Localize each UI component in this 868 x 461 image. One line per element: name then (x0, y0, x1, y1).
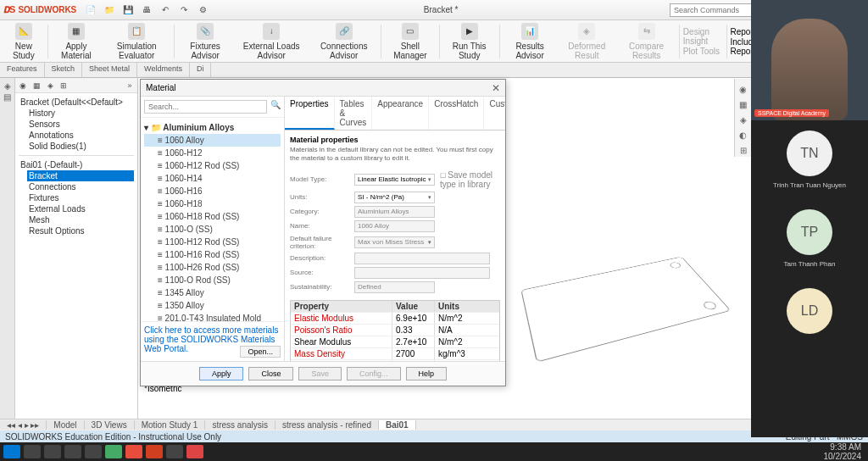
task-icon[interactable] (64, 445, 81, 458)
material-item[interactable]: ≡ 1100-O Rod (SS) (144, 274, 281, 286)
study-node[interactable]: External Loads (27, 203, 134, 214)
tree-node[interactable]: Annotations (27, 130, 134, 141)
study-node-bracket[interactable]: Bracket (27, 170, 134, 181)
task-icon[interactable] (166, 445, 183, 458)
task-icon[interactable] (125, 445, 142, 458)
material-item[interactable]: ≡ 1060 Alloy (144, 134, 281, 147)
btab-stress-refined[interactable]: stress analysis - refined (275, 420, 379, 430)
dlg-tab-tables[interactable]: Tables & Curves (335, 97, 373, 130)
video-feed[interactable]: SSPACE Digital Academy (751, 0, 868, 120)
rb-run[interactable]: ▶Run This Study (442, 21, 495, 62)
dlg-tab-custom[interactable]: Custom (484, 97, 505, 130)
user-avatar[interactable]: TP (787, 209, 832, 255)
dlg-tab-crosshatch[interactable]: CrossHatch (429, 97, 484, 130)
btab-3d[interactable]: 3D Views (85, 420, 135, 430)
fm-expand-icon[interactable]: » (124, 80, 136, 92)
study-node[interactable]: Mesh (27, 214, 134, 225)
study-node[interactable]: Result Options (27, 225, 134, 236)
app-logo: 𝘿S SOLIDWORKS (3, 4, 76, 15)
rt-icon[interactable]: ▦ (737, 97, 750, 111)
open-button[interactable]: Open... (240, 346, 281, 358)
study-root[interactable]: Bai01 (-Default-) (19, 159, 134, 170)
search-icon[interactable]: 🔍 (270, 100, 281, 114)
rt-icon[interactable]: ◉ (737, 82, 750, 96)
tree-node[interactable]: Solid Bodies(1) (27, 141, 134, 152)
material-item[interactable]: ≡ 1060-H18 Rod (SS) (144, 210, 281, 223)
material-tree[interactable]: ▾ 📁 Aluminium Alloys≡ 1060 Alloy≡ 1060-H… (141, 118, 284, 321)
task-icon[interactable] (186, 445, 203, 458)
task-icon[interactable] (105, 445, 122, 458)
material-item[interactable]: ≡ 1060-H18 (144, 197, 281, 210)
material-item[interactable]: ≡ 1100-H12 Rod (SS) (144, 236, 281, 248)
lb-icon[interactable]: ◈ (4, 81, 11, 91)
btab-nav[interactable]: ◂◂ ◂ ▸ ▸▸ (0, 420, 47, 430)
tab-more[interactable]: Di (190, 63, 212, 77)
taskbar-clock[interactable]: 9:38 AM10/2/2024 (824, 442, 865, 461)
fm-tab-icon[interactable]: ◈ (44, 80, 56, 92)
material-search-input[interactable] (144, 100, 267, 114)
rb-apply-material[interactable]: ▦Apply Material (51, 21, 101, 62)
model-type-select[interactable]: Linear Elastic Isotropic (354, 174, 435, 186)
material-item[interactable]: ≡ 1350 Alloy (144, 299, 281, 312)
help-button[interactable]: Help (406, 367, 448, 380)
lb-icon[interactable]: ▤ (3, 92, 11, 102)
start-button[interactable] (3, 445, 20, 458)
task-icon[interactable] (85, 445, 102, 458)
new-icon[interactable]: 📄 (84, 3, 97, 17)
rt-icon[interactable]: ⊞ (737, 143, 750, 157)
btab-model[interactable]: Model (47, 420, 84, 430)
rb-new-study[interactable]: 📐New Study (3, 21, 44, 62)
rb-sim-evaluator[interactable]: 📋Simulation Evaluator (103, 21, 170, 62)
tab-features[interactable]: Features (0, 63, 45, 77)
dialog-close-icon[interactable]: ✕ (492, 82, 500, 94)
rb-connections[interactable]: 🔗Connections Advisor (310, 21, 377, 62)
rt-icon[interactable]: ◐ (737, 128, 750, 142)
fm-tab-icon[interactable]: ◉ (17, 80, 29, 92)
material-item[interactable]: ≡ 1100-H26 Rod (SS) (144, 261, 281, 274)
options-icon[interactable]: ⚙ (196, 3, 209, 17)
dlg-tab-properties[interactable]: Properties (285, 97, 335, 130)
redo-icon[interactable]: ↷ (177, 3, 191, 17)
task-icon[interactable] (146, 445, 163, 458)
fm-tab-icon[interactable]: ▦ (31, 80, 42, 92)
task-icon[interactable] (24, 445, 41, 458)
save-button: Save (298, 367, 342, 380)
material-item[interactable]: ≡ 1345 Alloy (144, 286, 281, 299)
units-select[interactable]: SI - N/m^2 (Pa) (354, 192, 435, 203)
close-button[interactable]: Close (248, 367, 293, 380)
material-item[interactable]: ≡ 1060-H12 Rod (SS) (144, 159, 281, 172)
print-icon[interactable]: 🖶 (140, 3, 153, 17)
tree-node[interactable]: Sensors (27, 119, 134, 130)
tree-root[interactable]: Bracket (Default<<Default> (19, 97, 134, 108)
user-avatar[interactable]: LD (787, 288, 832, 334)
dlg-tab-appearance[interactable]: Appearance (372, 97, 429, 130)
save-model-check[interactable]: ☐ Save model type in library (440, 170, 499, 189)
study-node[interactable]: Fixtures (27, 192, 134, 203)
btab-stress[interactable]: stress analysis (205, 420, 275, 430)
tree-node[interactable]: History (27, 108, 134, 119)
material-item[interactable]: ≡ 1100-H16 Rod (SS) (144, 248, 281, 261)
study-node[interactable]: Connections (27, 181, 134, 192)
save-icon[interactable]: 💾 (121, 3, 135, 17)
fm-tab-icon[interactable]: ⊞ (58, 80, 70, 92)
user-avatar[interactable]: TN (787, 131, 832, 176)
tab-sheet-metal[interactable]: Sheet Metal (82, 63, 137, 77)
open-icon[interactable]: 📁 (103, 3, 116, 17)
task-icon[interactable] (44, 445, 61, 458)
material-item[interactable]: ≡ 1060-H14 (144, 172, 281, 185)
apply-button[interactable]: Apply (199, 367, 244, 380)
rt-icon[interactable]: ◈ (737, 113, 750, 126)
material-item[interactable]: ≡ 1100-O (SS) (144, 223, 281, 236)
undo-icon[interactable]: ↶ (159, 3, 172, 17)
rb-fixtures[interactable]: 📎Fixtures Advisor (178, 21, 233, 62)
btab-motion[interactable]: Motion Study 1 (135, 420, 206, 430)
tab-weldments[interactable]: Weldments (137, 63, 190, 77)
material-item[interactable]: ≡ 201.0-T43 Insulated Mold Casting (SS) (144, 312, 281, 321)
rb-shell[interactable]: ▭Shell Manager (385, 21, 436, 62)
rb-results[interactable]: 📊Results Advisor (504, 21, 557, 62)
btab-bai01[interactable]: Bai01 (379, 420, 416, 430)
tab-sketch[interactable]: Sketch (45, 63, 83, 77)
material-item[interactable]: ≡ 1060-H16 (144, 185, 281, 197)
rb-loads[interactable]: ↓External Loads Advisor (234, 21, 309, 62)
material-item[interactable]: ≡ 1060-H12 (144, 147, 281, 159)
